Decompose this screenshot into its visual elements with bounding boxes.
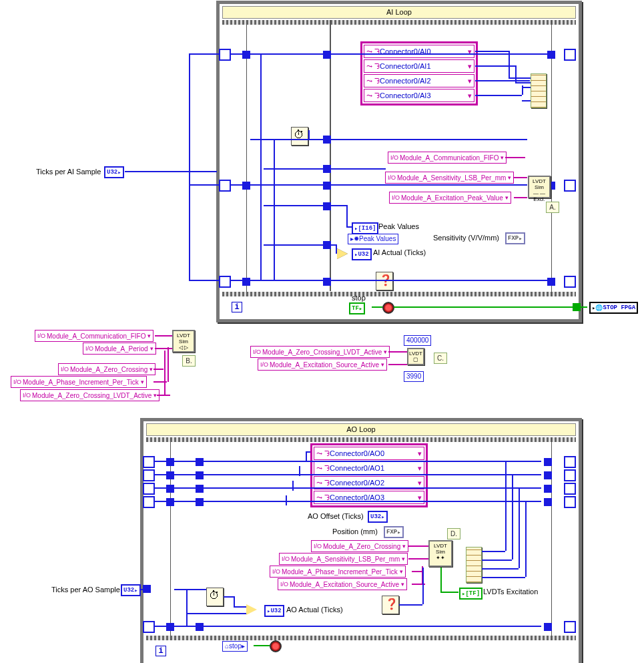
wire <box>482 577 525 578</box>
wait-timer-icon[interactable] <box>291 127 308 146</box>
wire <box>254 645 270 646</box>
reg-b-2[interactable]: I/OModule_A_Zero_Crossing▾ <box>58 363 155 375</box>
tunnel <box>196 485 204 493</box>
wire <box>331 139 527 140</box>
reg-b-3[interactable]: I/OModule_A_Phase_Increment_Per_Tick▾ <box>11 376 147 388</box>
tunnel <box>323 165 331 173</box>
shift-reg <box>564 49 576 61</box>
ai-channel-3[interactable]: ⤳ ᘊ Connector0/AI3▾ <box>364 89 474 102</box>
subvi-lvdt-sim-b[interactable]: LVDT Sim◁ ▷ <box>172 330 195 353</box>
u32-control[interactable]: U32▸ <box>121 584 141 596</box>
ao-channel-1[interactable]: ⤳ ᘊ Connector0/AO1▾ <box>314 461 424 475</box>
reg-excit-ai[interactable]: I/OModule_A_Excitation_Peak_Value▾ <box>389 192 511 204</box>
reg-ao-2[interactable]: I/OModule_A_Phase_Increment_Per_Tick▾ <box>270 566 406 578</box>
reg-c-1[interactable]: I/OModule_A_Excitation_Source_Active▾ <box>258 359 387 371</box>
reg-ao-0[interactable]: I/OModule_A_Zero_Crossing▾ <box>311 540 408 552</box>
wire <box>230 184 324 186</box>
ai-channel-1[interactable]: ⤳ ᘊ Connector0/AI1▾ <box>364 59 474 73</box>
first-call-icon[interactable] <box>376 272 393 290</box>
iteration-terminal-icon: i <box>232 302 242 312</box>
ao-actual-label: AO Actual (Ticks) <box>286 606 343 614</box>
wire <box>234 606 246 608</box>
build-array-node[interactable] <box>466 547 482 583</box>
const-3990[interactable]: 3990 <box>404 371 424 382</box>
reg-b-1[interactable]: I/OModule_A_Period▾ <box>83 343 156 355</box>
wire <box>475 95 522 96</box>
annotation-a: A. <box>546 202 559 213</box>
reg-b-4[interactable]: I/OModule_A_Zero_Crossing_LVDT_Active▾ <box>20 389 159 401</box>
reg-ao-3[interactable]: I/OModule_A_Excitation_Source_Active▾ <box>278 578 407 590</box>
wire <box>440 592 458 593</box>
wire <box>505 157 525 158</box>
wire <box>153 369 164 370</box>
wire <box>286 495 287 505</box>
tunnel <box>196 458 204 466</box>
wire <box>299 466 300 476</box>
tunnel <box>544 623 552 631</box>
ao-offset-label: AO Offset (Ticks) <box>308 512 364 520</box>
block-diagram: { "ai_loop": { "title": "AI Loop", "clus… <box>0 0 644 663</box>
wire <box>189 53 190 280</box>
fxp-terminal: FXP▸ <box>505 232 525 244</box>
annotation-d: D. <box>447 528 460 539</box>
reg-sens-ai[interactable]: I/OModule_A_Sensitivity_LSB_Per_mm▾ <box>385 172 514 184</box>
wire <box>264 244 337 246</box>
wire <box>475 80 530 81</box>
ao-channel-3[interactable]: ⤳ ᘊ Connector0/AO3▾ <box>314 491 424 504</box>
wire <box>388 364 407 365</box>
shift-reg <box>564 483 576 495</box>
wire <box>346 226 352 228</box>
peak-values-ref[interactable]: ▸✹Peak Values <box>348 234 398 244</box>
subvi-lvdt-sim-c[interactable]: LVDT▢ <box>407 348 424 365</box>
subtract-node-icon[interactable] <box>246 604 257 615</box>
tunnel <box>544 458 552 466</box>
shift-reg <box>143 621 155 633</box>
fxp-control[interactable]: FXP▸ <box>384 526 404 538</box>
wire <box>186 613 246 614</box>
wire <box>515 82 531 83</box>
stop-button-icon[interactable] <box>270 640 282 652</box>
const-400000[interactable]: 400000 <box>404 335 431 346</box>
ao-channel-0[interactable]: ⤳ ᘊ Connector0/AO0▾ <box>314 447 424 460</box>
shift-reg <box>143 496 155 508</box>
first-call-icon[interactable] <box>382 596 399 614</box>
ai-channel-2[interactable]: ⤳ ᘊ Connector0/AI2▾ <box>364 74 474 87</box>
subtract-node-icon[interactable] <box>337 248 348 259</box>
subvi-lvdt-sim-exci[interactable]: LVDT Sim— —Exci. <box>528 176 551 198</box>
wire <box>482 568 519 570</box>
wire <box>522 100 531 101</box>
u32-control[interactable]: U32▸ <box>104 166 124 178</box>
stop-local[interactable]: ⌂stop▸ <box>222 641 248 652</box>
ao-io-cluster[interactable]: ⤳ ᘊ Connector0/AO0▾ ⤳ ᘊ Connector0/AO1▾ … <box>310 443 428 507</box>
tf-array-terminal: ▸[TF] <box>459 588 482 600</box>
wire <box>514 197 527 198</box>
reg-b-0[interactable]: I/OModule_A_Communication_FIFO▾ <box>35 330 153 342</box>
stop-button-icon[interactable] <box>382 302 394 314</box>
annotation-c: C. <box>434 353 447 364</box>
stop-label: stop <box>352 294 366 302</box>
ai-io-cluster[interactable]: ⤳ ᘊ Connector0/AI0▾ ⤳ ᘊ Connector0/AI1▾ … <box>360 41 478 105</box>
global-stop-fpga[interactable]: ▸🌐STOP FPGA <box>589 302 638 314</box>
wire <box>157 395 170 396</box>
wire <box>154 501 541 502</box>
reg-ao-1[interactable]: I/OModule_A_Sensitivity_LSB_Per_mm▾ <box>279 553 408 565</box>
u32-control[interactable]: U32▸ <box>368 511 388 523</box>
wire <box>336 244 337 254</box>
wire <box>512 474 513 560</box>
tunnel <box>544 498 552 506</box>
ticks-ao-label: Ticks per AO Sample <box>51 586 120 594</box>
ai-channel-0[interactable]: ⤳ ᘊ Connector0/AI0▾ <box>364 45 474 58</box>
wire <box>224 596 234 598</box>
wire <box>308 139 324 140</box>
subvi-lvdt-sim-d[interactable]: LVDT Sim✦✦ <box>428 540 452 567</box>
reg-c-0[interactable]: I/OModule_A_Zero_Crossing_LVDT_Active▾ <box>250 346 390 358</box>
shift-reg <box>143 483 155 495</box>
wait-timer-icon[interactable] <box>206 588 224 606</box>
reg-comm-fifo-ai[interactable]: I/OModule_A_Communication_FIFO▾ <box>388 152 507 164</box>
wire <box>264 168 324 170</box>
build-array-node[interactable] <box>531 73 547 108</box>
u32-terminal: ▸U32 <box>264 605 284 617</box>
wire <box>230 280 547 281</box>
tunnel <box>196 623 204 631</box>
wire <box>155 335 172 337</box>
